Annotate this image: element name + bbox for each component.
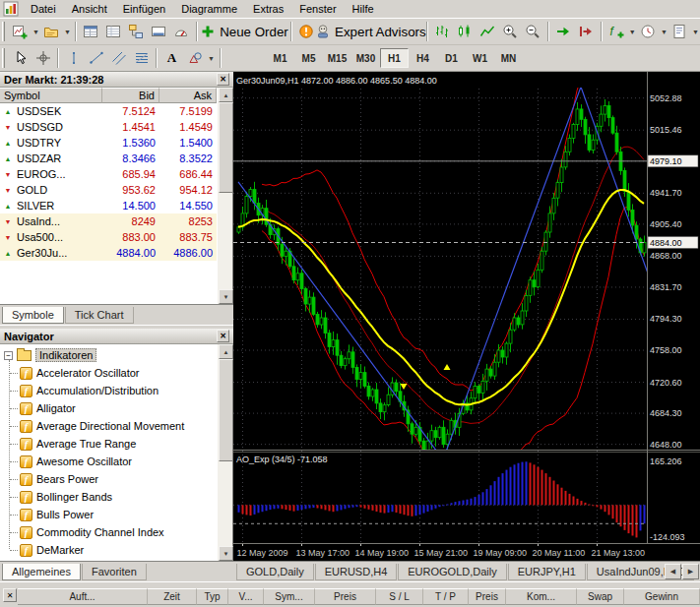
timeframe-m1[interactable]: M1 bbox=[266, 48, 294, 68]
navigator-item-average-directional-movement[interactable]: fAverage Directional Movement bbox=[0, 417, 217, 435]
scroll-down-button[interactable]: ▼ bbox=[219, 289, 233, 304]
market-watch-row-usdtry[interactable]: ▲USDTRY1.53601.5400 bbox=[0, 135, 217, 151]
terminal-column-gewinn[interactable]: Gewinn bbox=[624, 588, 700, 605]
navigator-item-awesome-oscillator[interactable]: fAwesome Oscillator bbox=[0, 453, 217, 470]
chart-tabs-scroll-left[interactable]: ◀ bbox=[665, 564, 681, 579]
expert-advisors-button[interactable]: Expert Advisors bbox=[318, 21, 423, 42]
terminal-column-auft[interactable]: Auft... bbox=[18, 588, 148, 605]
navigator-item-bears-power[interactable]: fBears Power bbox=[0, 470, 217, 488]
crosshair-button[interactable] bbox=[32, 47, 54, 69]
templates-button[interactable] bbox=[668, 21, 691, 42]
terminal-column-preis[interactable]: Preis bbox=[315, 588, 376, 605]
navigator-item-alligator[interactable]: fAlligator bbox=[0, 399, 217, 417]
timeframe-m30[interactable]: M30 bbox=[351, 48, 380, 68]
menu-fenster[interactable]: Fenster bbox=[291, 1, 344, 17]
zoom-in-button[interactable] bbox=[499, 21, 522, 42]
terminal-toggle[interactable] bbox=[148, 21, 170, 42]
timeframe-h4[interactable]: H4 bbox=[409, 48, 437, 68]
scroll-down-button[interactable]: ▼ bbox=[219, 546, 233, 561]
timeframe-m5[interactable]: M5 bbox=[294, 48, 323, 68]
arrows-tool-dropdown[interactable]: ▼ bbox=[206, 47, 217, 69]
navigator-root-indikatoren[interactable]: − Indikatoren bbox=[0, 346, 217, 364]
vertical-line-button[interactable] bbox=[62, 47, 85, 69]
navigator-item-demarker[interactable]: fDeMarker bbox=[0, 541, 217, 559]
timeframe-d1[interactable]: D1 bbox=[437, 48, 466, 68]
market-watch-tab-symbole[interactable]: Symbole bbox=[2, 307, 64, 324]
chart-candles-button[interactable] bbox=[454, 21, 477, 42]
navigator-item-bulls-power[interactable]: fBulls Power bbox=[0, 506, 217, 523]
auto-scroll-button[interactable] bbox=[552, 21, 575, 42]
new-chart-dropdown[interactable]: ▼ bbox=[32, 21, 40, 42]
menu-datei[interactable]: Datei bbox=[23, 1, 64, 17]
market-watch-row-usaind[interactable]: ▼UsaInd...82498253 bbox=[0, 213, 217, 229]
cursor-button[interactable] bbox=[9, 47, 32, 69]
new-chart-button[interactable] bbox=[9, 21, 32, 42]
column-header-bid[interactable]: Bid bbox=[102, 88, 159, 103]
chart-tab-gold-daily[interactable]: GOLD,Daily bbox=[236, 564, 314, 580]
text-tool-button[interactable]: A bbox=[160, 47, 183, 69]
data-window-toggle[interactable] bbox=[102, 21, 125, 42]
timeframe-w1[interactable]: W1 bbox=[466, 48, 494, 68]
arrows-tool-button[interactable] bbox=[183, 47, 206, 69]
price-chart[interactable]: 12 May 200913 May 17:0014 May 19:0015 Ma… bbox=[233, 72, 700, 561]
timeframe-mn[interactable]: MN bbox=[494, 48, 523, 68]
market-watch-row-eurog[interactable]: ▼EUROG...685.94686.44 bbox=[0, 166, 217, 182]
terminal-column-t-p[interactable]: T / P bbox=[423, 588, 469, 605]
terminal-column-kom[interactable]: Kom... bbox=[506, 588, 577, 605]
menu-einf-gen[interactable]: Einfügen bbox=[115, 1, 173, 17]
market-watch-row-usdzar[interactable]: ▲USDZAR8.34668.3522 bbox=[0, 151, 217, 166]
navigator-tab-favoriten[interactable]: Favoriten bbox=[82, 564, 147, 580]
fibonacci-button[interactable] bbox=[130, 47, 153, 69]
navigator-item-average-true-range[interactable]: fAverage True Range bbox=[0, 435, 217, 453]
trendline-button[interactable] bbox=[85, 47, 107, 69]
terminal-column-s-l[interactable]: S / L bbox=[376, 588, 423, 605]
menu-extras[interactable]: Extras bbox=[245, 1, 291, 17]
terminal-column-v[interactable]: V... bbox=[228, 588, 264, 605]
zoom-out-button[interactable] bbox=[522, 21, 544, 42]
timeframe-m15[interactable]: M15 bbox=[323, 48, 351, 68]
market-watch-row-usdsgd[interactable]: ▼USDSGD1.45411.4549 bbox=[0, 119, 217, 135]
market-watch-scrollbar[interactable]: ▲ ▼ bbox=[217, 88, 232, 304]
chart-tabs-scroll-right[interactable]: ▶ bbox=[682, 564, 699, 579]
column-header-ask[interactable]: Ask bbox=[159, 88, 217, 103]
terminal-column-sym[interactable]: Sym... bbox=[264, 588, 315, 605]
periods-button[interactable] bbox=[637, 21, 660, 42]
navigator-tab-allgemeines[interactable]: Allgemeines bbox=[2, 564, 81, 580]
navigator-scrollbar[interactable]: ▲ ▼ bbox=[217, 344, 232, 561]
menu-hilfe[interactable]: Hilfe bbox=[345, 1, 382, 17]
market-watch-close-button[interactable]: ✕ bbox=[217, 73, 229, 86]
chart-line-button[interactable] bbox=[477, 21, 499, 42]
profiles-dropdown[interactable]: ▼ bbox=[63, 21, 72, 42]
navigator-toggle[interactable] bbox=[125, 21, 148, 42]
chart-window[interactable]: 12 May 200913 May 17:0014 May 19:0015 Ma… bbox=[233, 72, 700, 561]
chart-tab-eurusd-h4[interactable]: EURUSD,H4 bbox=[315, 564, 398, 580]
chart-tab-eurogold-daily[interactable]: EUROGOLD,Daily bbox=[398, 564, 506, 580]
market-watch-row-silver[interactable]: ▲SILVER14.50014.550 bbox=[0, 198, 217, 213]
menu-diagramme[interactable]: Diagramme bbox=[173, 1, 245, 17]
terminal-close-button[interactable]: ✕ bbox=[3, 588, 17, 602]
navigator-item-accelerator-oscillator[interactable]: fAccelerator Oscillator bbox=[0, 364, 217, 382]
market-watch-toggle[interactable] bbox=[80, 21, 102, 42]
collapse-expander-icon[interactable]: − bbox=[4, 351, 13, 360]
timeframe-h1[interactable]: H1 bbox=[380, 48, 409, 68]
market-watch-row-ger30ju[interactable]: ▲Ger30Ju...4884.004886.00 bbox=[0, 245, 217, 261]
market-watch-row-gold[interactable]: ▼GOLD953.62954.12 bbox=[0, 182, 217, 198]
chart-shift-button[interactable] bbox=[575, 21, 598, 42]
strategy-tester-toggle[interactable] bbox=[170, 21, 193, 42]
market-watch-row-usdsek[interactable]: ▲USDSEK7.51247.5199 bbox=[0, 103, 217, 119]
periods-dropdown[interactable]: ▼ bbox=[660, 21, 668, 42]
terminal-column-zeit[interactable]: Zeit bbox=[148, 588, 197, 605]
navigator-close-button[interactable]: ✕ bbox=[217, 330, 229, 342]
scroll-thumb[interactable] bbox=[219, 102, 233, 193]
chart-bars-button[interactable] bbox=[431, 21, 454, 42]
terminal-column-typ[interactable]: Typ bbox=[197, 588, 228, 605]
menu-ansicht[interactable]: Ansicht bbox=[64, 1, 115, 17]
scroll-up-button[interactable]: ▲ bbox=[219, 88, 233, 102]
navigator-item-accumulation-distribution[interactable]: fAccumulation/Distribution bbox=[0, 382, 217, 399]
templates-dropdown[interactable]: ▼ bbox=[691, 21, 700, 42]
profiles-button[interactable] bbox=[40, 21, 63, 42]
navigator-item-commodity-channel-index[interactable]: fCommodity Channel Index bbox=[0, 523, 217, 541]
market-watch-row-usa500[interactable]: ▼Usa500...883.00883.75 bbox=[0, 229, 217, 245]
channel-button[interactable] bbox=[107, 47, 130, 69]
terminal-column-swap[interactable]: Swap bbox=[577, 588, 624, 605]
